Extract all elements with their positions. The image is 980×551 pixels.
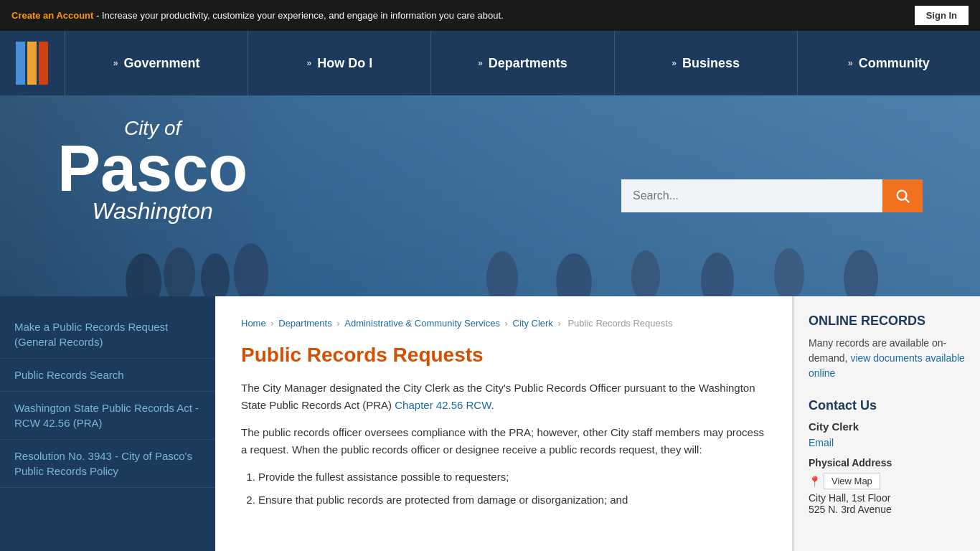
pasco-text: Pasco [57, 140, 248, 198]
contact-title: Contact Us [809, 398, 966, 413]
breadcrumb-departments[interactable]: Departments [278, 318, 331, 329]
nav-label-community: Community [859, 56, 930, 71]
sign-in-button[interactable]: Sign In [915, 6, 969, 25]
sidebar-link-3[interactable]: Resolution No. 3943 - City of Pasco's Pu… [0, 440, 215, 488]
sidebar-link-2[interactable]: Washington State Public Records Act - RC… [0, 392, 215, 440]
city-logo: City of Pasco Washington [57, 117, 248, 225]
topbar-tagline: - Increase your productivity, customize … [93, 10, 503, 21]
svg-rect-2 [39, 42, 48, 85]
hero-section: City of Pasco Washington [0, 95, 980, 296]
nav-items: » Government » How Do I » Departments » … [65, 31, 980, 95]
main-para-2: The public records officer oversees comp… [241, 424, 766, 458]
breadcrumb-home[interactable]: Home [241, 318, 266, 329]
svg-line-15 [905, 199, 909, 202]
address-line-2: 525 N. 3rd Avenue [809, 504, 966, 515]
contact-section: Contact Us City Clerk Email Physical Add… [809, 398, 966, 515]
site-logo[interactable] [7, 34, 57, 92]
nav-item-government[interactable]: » Government [65, 31, 248, 95]
physical-address-title: Physical Address [809, 457, 966, 468]
map-link-container: 📍 View Map [809, 473, 966, 489]
page-title: Public Records Requests [241, 344, 766, 367]
chevron-icon: » [306, 58, 311, 68]
online-records-text: Many records are available on-demand, vi… [809, 336, 966, 381]
nav-item-community[interactable]: » Community [797, 31, 980, 95]
search-input[interactable] [621, 179, 882, 212]
top-bar: Create an Account - Increase your produc… [0, 0, 980, 31]
online-records-title: ONLINE RECORDS [809, 314, 966, 329]
nav-label-departments: Departments [489, 56, 567, 71]
sidebar-link-1[interactable]: Public Records Search [0, 359, 215, 392]
sidebar-link-0[interactable]: Make a Public Records Request (General R… [0, 311, 215, 359]
create-account-link[interactable]: Create an Account [11, 10, 93, 21]
breadcrumb-admin-services[interactable]: Administrative & Community Services [344, 318, 500, 329]
nav-item-departments[interactable]: » Departments [430, 31, 613, 95]
nav-item-how-do-i[interactable]: » How Do I [248, 31, 430, 95]
content-area: Make a Public Records Request (General R… [0, 296, 980, 551]
map-pin-icon: 📍 [809, 476, 821, 487]
main-nav: » Government » How Do I » Departments » … [0, 31, 980, 95]
hero-search-form [621, 179, 923, 212]
sidebar: Make a Public Records Request (General R… [0, 296, 215, 551]
search-button[interactable] [882, 179, 923, 212]
main-list: Provide the fullest assistance possible … [258, 468, 766, 509]
breadcrumb-current: Public Records Requests [567, 318, 672, 329]
nav-label-business: Business [682, 56, 740, 71]
chevron-icon: » [672, 58, 677, 68]
main-para-1: The City Manager designated the City Cle… [241, 380, 766, 414]
address-line-1: City Hall, 1st Floor [809, 492, 966, 504]
chevron-icon: » [478, 58, 483, 68]
chevron-icon: » [848, 58, 853, 68]
chevron-icon: » [113, 58, 118, 68]
email-link[interactable]: Email [809, 437, 834, 448]
list-item-1: Ensure that public records are protected… [258, 491, 766, 509]
contact-department: City Clerk [809, 420, 966, 433]
svg-rect-0 [16, 42, 25, 85]
nav-item-business[interactable]: » Business [614, 31, 797, 95]
breadcrumb: Home › Departments › Administrative & Co… [241, 316, 766, 331]
breadcrumb-city-clerk[interactable]: City Clerk [513, 318, 553, 329]
right-sidebar: ONLINE RECORDS Many records are availabl… [793, 296, 980, 551]
list-item-0: Provide the fullest assistance possible … [258, 468, 766, 486]
topbar-message: Create an Account - Increase your produc… [11, 10, 504, 21]
view-map-button[interactable]: View Map [824, 473, 880, 489]
svg-rect-1 [27, 42, 37, 85]
nav-label-government: Government [123, 56, 199, 71]
nav-label-how-do-i: How Do I [317, 56, 372, 71]
svg-point-14 [897, 191, 907, 200]
online-records-section: ONLINE RECORDS Many records are availabl… [809, 314, 966, 381]
main-content: Home › Departments › Administrative & Co… [215, 296, 792, 551]
rcw-link[interactable]: Chapter 42.56 RCW [395, 399, 491, 411]
